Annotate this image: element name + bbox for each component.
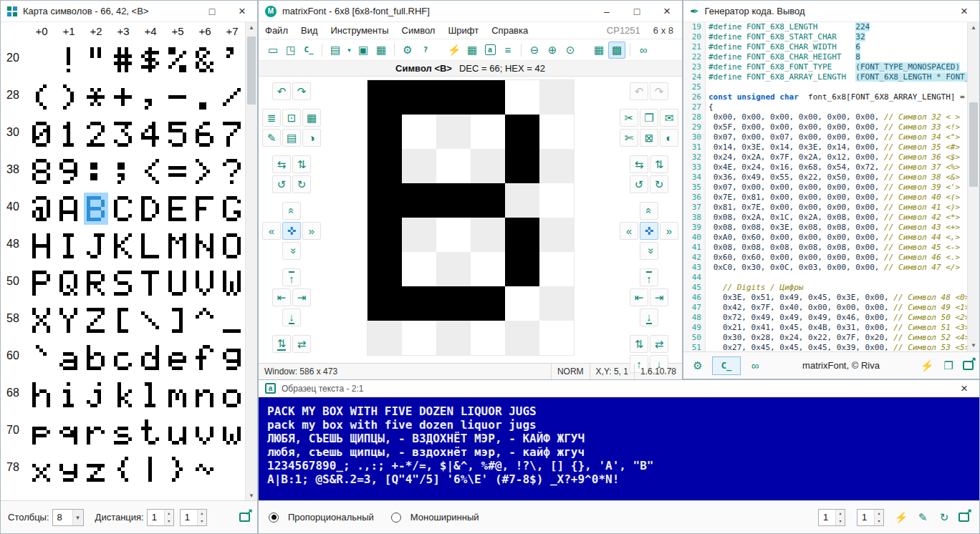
proportional-radio[interactable] (269, 513, 279, 523)
copy-icon[interactable]: ❐ (640, 109, 658, 127)
glyph-editor-canvas[interactable] (367, 79, 575, 356)
tab-c-language[interactable]: C_ (712, 356, 741, 375)
cut-icon[interactable]: ✂ (620, 109, 638, 127)
scroll-down-icon[interactable]: ▼ (968, 340, 979, 351)
paste-icon[interactable]: ✉ (660, 109, 678, 127)
mirror-horizontal-icon[interactable]: ⇆ (272, 155, 291, 173)
sample-window-icon[interactable]: a (481, 42, 499, 59)
crop-icon[interactable]: ⊡ (282, 109, 301, 127)
output-window-icon[interactable]: ≡ (499, 42, 517, 59)
close-button[interactable]: × (949, 1, 979, 21)
export-icon[interactable] (239, 513, 250, 522)
close-button[interactable]: × (652, 1, 682, 21)
move-mode-icon[interactable]: ✜ (640, 222, 658, 240)
charmap-window-icon[interactable]: ▦ (463, 42, 481, 59)
move-left-icon[interactable]: ⇤ (272, 288, 291, 306)
scroll-up-icon[interactable]: ▲ (968, 22, 979, 34)
move-top-icon[interactable]: ↑ (282, 268, 301, 286)
open-icon[interactable]: ▤ (327, 42, 344, 59)
grid-icon[interactable]: ▦ (590, 42, 607, 59)
pixel-grid-icon[interactable]: ▩ (608, 42, 625, 59)
spinner-up-icon[interactable]: ▴ (875, 510, 883, 518)
clear-icon[interactable]: ⊠ (640, 129, 658, 147)
flip-horizontal-icon[interactable]: ⇄ (650, 335, 668, 353)
export-icon[interactable] (959, 513, 969, 522)
sample-y-spinner[interactable]: 1 ▴▾ (857, 509, 884, 526)
redo-icon[interactable]: ↷ (650, 82, 668, 100)
close-button[interactable]: × (227, 1, 257, 21)
pencil-icon[interactable]: ✎ (262, 129, 281, 147)
code-output[interactable]: 19#define FONT_6X8_LENGTH 22420#define F… (683, 22, 967, 351)
menu-item[interactable]: Инструменты (325, 22, 395, 39)
copy-image-icon[interactable]: ✄ (620, 129, 638, 147)
edit-icon[interactable]: ✎ (914, 509, 931, 526)
sample-x-spinner[interactable]: 1 ▴▾ (818, 509, 845, 526)
distance-x-spinner[interactable]: 1 ▴▾ (147, 509, 174, 526)
mirror-vertical-icon[interactable]: ⇅ (292, 155, 311, 173)
scrollbar-thumb[interactable] (969, 102, 978, 187)
rotate-right-icon[interactable]: ↻ (292, 175, 311, 193)
maximize-button[interactable]: □ (622, 1, 652, 21)
link-icon[interactable]: ∞ (635, 42, 652, 59)
flip-vertical-icon[interactable]: ⇅ (272, 335, 291, 353)
charmap-grid[interactable] (28, 41, 246, 487)
menu-item[interactable]: Символ (395, 22, 442, 39)
mirror-vertical-icon[interactable]: ⇅ (650, 155, 668, 173)
shift-right-icon[interactable]: » (660, 222, 678, 240)
open-recent-icon[interactable]: ▾ (345, 42, 354, 59)
undo-icon[interactable]: ↶ (272, 82, 291, 100)
export-icon[interactable] (963, 361, 974, 370)
shift-down-icon[interactable]: « (640, 242, 658, 260)
flip-vertical-icon[interactable]: ⇅ (630, 335, 648, 353)
zoom-actual-icon[interactable]: ⊙ (562, 42, 579, 59)
code-generator-icon[interactable]: C_ (300, 42, 317, 59)
gear-icon[interactable]: ⚙ (689, 357, 706, 374)
spinner-down-icon[interactable]: ▾ (836, 518, 845, 525)
flip-horizontal-icon[interactable]: ⇄ (292, 335, 311, 353)
distance-y-spinner[interactable]: 1 ▴▾ (180, 509, 207, 526)
move-bottom-icon[interactable]: ↓ (640, 309, 658, 326)
help-icon[interactable]: ? (417, 42, 434, 59)
charmap-scrollbar[interactable]: ▲ ▼ (245, 22, 257, 502)
spinner-down-icon[interactable]: ▾ (198, 518, 206, 525)
save-as-icon[interactable]: ▦ (373, 42, 390, 59)
monospaced-radio[interactable] (391, 513, 401, 523)
scrollbar-thumb[interactable] (247, 37, 256, 105)
save-icon[interactable]: ▣ (355, 42, 372, 59)
refresh-icon[interactable]: ↻ (936, 509, 953, 526)
menu-item[interactable]: Шрифт (441, 22, 485, 39)
minimize-button[interactable]: – (592, 1, 622, 21)
rotate-left-icon[interactable]: ↺ (630, 175, 648, 193)
rotate-right-icon[interactable]: ↻ (650, 175, 668, 193)
menu-item[interactable]: Вид (294, 22, 325, 39)
move-right-icon[interactable]: ⇥ (650, 288, 668, 306)
invert-icon[interactable]: ◐ (660, 129, 678, 147)
codegen-scrollbar[interactable]: ▲ ▼ (967, 22, 979, 351)
spinner-up-icon[interactable]: ▴ (198, 510, 206, 518)
close-button[interactable]: × (949, 380, 979, 397)
autosize-icon[interactable]: ▦ (302, 109, 321, 127)
rotate-left-icon[interactable]: ↺ (272, 175, 291, 193)
zoom-in-icon[interactable]: ⊕ (544, 42, 561, 59)
spinner-up-icon[interactable]: ▴ (165, 510, 173, 518)
chevron-down-icon[interactable]: ▾ (72, 510, 83, 525)
menu-item[interactable]: Файл (259, 22, 294, 39)
new-font-icon[interactable]: ▭ (264, 42, 282, 59)
settings-icon[interactable]: ⚙ (399, 42, 416, 59)
shift-up-icon[interactable]: « (282, 202, 301, 220)
shift-right-icon[interactable]: » (302, 222, 321, 240)
zoom-out-icon[interactable]: ⊖ (526, 42, 543, 59)
move-right-icon[interactable]: ⇥ (292, 288, 311, 306)
generate-code-icon[interactable]: ⚡ (918, 357, 936, 374)
undo-icon[interactable]: ↶ (630, 82, 648, 100)
spinner-down-icon[interactable]: ▾ (875, 518, 883, 525)
redo-icon[interactable]: ↷ (292, 82, 311, 100)
columns-select[interactable]: 8 ▾ (52, 509, 84, 526)
resize-icon[interactable]: ◳ (282, 42, 299, 59)
scroll-up-icon[interactable]: ▲ (246, 22, 257, 34)
link-icon[interactable]: ∞ (746, 357, 764, 374)
move-top-icon[interactable]: ↑ (640, 268, 658, 286)
shift-down-icon[interactable]: « (282, 242, 301, 260)
menu-item[interactable]: Справка (485, 22, 534, 39)
copy-code-icon[interactable]: ❐ (940, 357, 957, 374)
